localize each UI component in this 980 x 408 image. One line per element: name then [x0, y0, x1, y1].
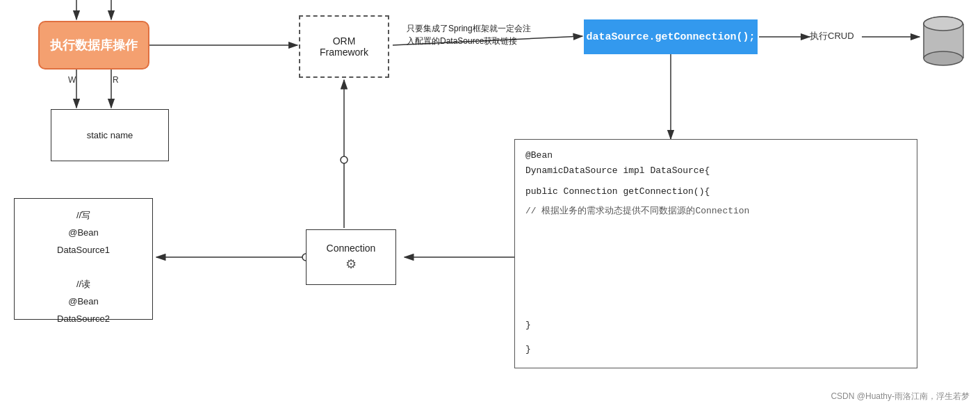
diagram-container: 执行数据库操作 W R static name //写 @Bean DataSo…: [0, 0, 980, 408]
static-name-box: static name: [51, 109, 169, 161]
r-label: R: [113, 75, 119, 85]
svg-point-24: [924, 17, 963, 31]
watermark: CSDN @Huathy-雨洛江南，浮生若梦: [831, 391, 970, 402]
database-cylinder: [921, 15, 966, 67]
svg-point-17: [341, 156, 348, 163]
execute-box: 执行数据库操作: [38, 21, 149, 70]
connection-label: Connection: [327, 243, 376, 254]
code-close1: }: [525, 318, 531, 333]
execute-label: 执行数据库操作: [50, 37, 138, 54]
datasource-get-label: dataSource.getConnection();: [586, 31, 755, 43]
code-line6: // 根据业务的需求动态提供不同数据源的Connection: [525, 204, 906, 219]
datasource-get-box: dataSource.getConnection();: [584, 19, 758, 54]
orm-box: ORM Framework: [299, 15, 389, 78]
code-line2: DynamicDataSource impl DataSource{: [525, 163, 906, 179]
code-close2: }: [525, 342, 531, 357]
execute-crud-label: 执行CRUD: [810, 30, 854, 42]
code-block: @Bean DynamicDataSource impl DataSource{…: [514, 139, 917, 368]
w-label: W: [68, 75, 76, 85]
connection-box: Connection ⚙: [306, 229, 396, 285]
datasource-beans-content: //写 @Bean DataSource1 //读 @Bean DataSour…: [57, 190, 110, 328]
svg-point-23: [924, 51, 963, 65]
gear-icon: ⚙: [345, 256, 357, 272]
orm-label: ORM Framework: [320, 35, 368, 58]
static-name-label: static name: [87, 130, 133, 140]
orm-arrow-label: 只要集成了Spring框架就一定会注 入配置的DataSource获取链接: [407, 22, 573, 47]
code-line4: public Connection getConnection(){: [525, 184, 906, 199]
datasource-beans-box: //写 @Bean DataSource1 //读 @Bean DataSour…: [14, 198, 153, 320]
code-line1: @Bean: [525, 148, 906, 163]
